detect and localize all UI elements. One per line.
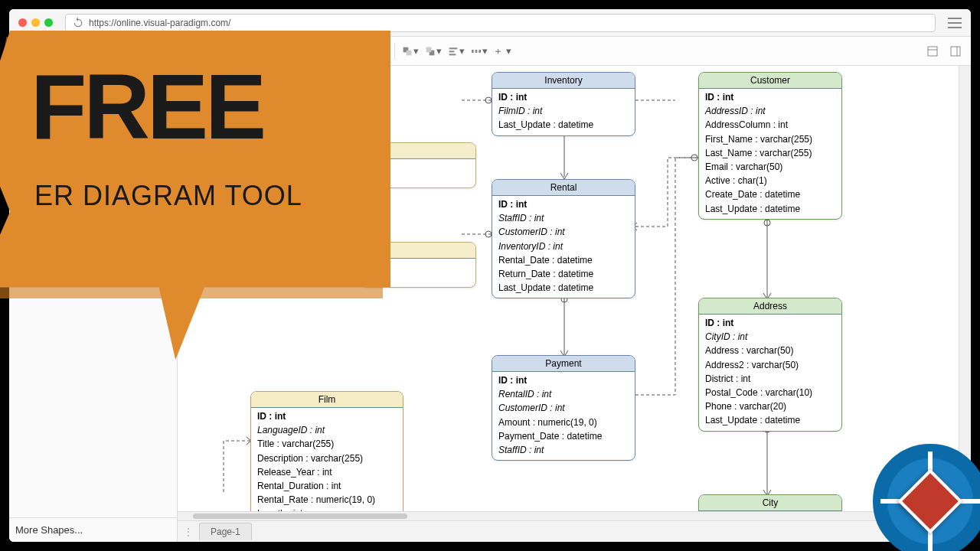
url-text: https://online.visual-paradigm.com/ [89, 18, 230, 28]
entity-field: Rental_Rate : numeric(19, 0) [257, 493, 397, 507]
entity-field: AddressColumn : int [705, 118, 835, 132]
entity-field: Description : varchar(255) [257, 452, 397, 465]
entity-rental[interactable]: Rental ID : intStaffID : intCustomerID :… [492, 179, 635, 298]
svg-rect-7 [199, 49, 204, 56]
toolbar: ↶ ↷ 100%▾ → ▾ ▾ ▾ ▾ ▾ ▾ ＋ ▾ [9, 37, 971, 66]
entity-field: Active : char(1) [705, 174, 835, 187]
svg-rect-11 [274, 54, 283, 56]
entity-payment[interactable]: Payment ID : intRentalID : intCustomerID… [492, 355, 635, 461]
page-tab-1[interactable]: Page-1 [199, 523, 252, 540]
outline-panel-button[interactable] [945, 41, 966, 62]
more-shapes-button[interactable]: More Shapes... [9, 517, 177, 542]
entity-field: FilmID : int [498, 104, 629, 118]
entity-inventory[interactable]: Inventory ID : intFilmID : intLast_Updat… [492, 72, 635, 136]
zoom-in-button[interactable] [159, 41, 181, 62]
svg-rect-22 [472, 50, 474, 53]
entity-hidden-2[interactable] [361, 242, 476, 288]
entity-hidden-1[interactable] [361, 142, 476, 188]
horizontal-scrollbar[interactable] [178, 511, 959, 520]
category-header[interactable]: Entity Relationship [9, 94, 177, 116]
entity-field: Postal_Code : varchar(10) [705, 386, 835, 399]
entity-title: City [699, 495, 841, 511]
reload-icon [72, 17, 84, 29]
entity-title: Rental [492, 180, 635, 196]
add-button[interactable]: ＋ ▾ [492, 41, 513, 62]
maximize-window-icon[interactable] [44, 18, 53, 27]
svg-rect-18 [426, 47, 432, 52]
zoom-level[interactable]: 100% [122, 46, 152, 57]
shadow-button[interactable] [314, 41, 335, 62]
minimize-window-icon[interactable] [31, 18, 40, 27]
svg-rect-27 [951, 47, 960, 56]
entity-field: Title : varchar(255) [257, 437, 397, 451]
svg-line-4 [172, 53, 174, 55]
entity-field: ID : int [498, 197, 629, 211]
waypoint-button[interactable]: ▾ [368, 41, 390, 62]
entity-address[interactable]: Address ID : intCityID : intAddress : va… [698, 298, 842, 432]
entity-field: CityID : int [705, 330, 835, 344]
svg-rect-14 [320, 47, 326, 53]
shape-entity-green[interactable] [9, 135, 177, 155]
menu-icon[interactable] [948, 18, 962, 28]
copy-button[interactable] [191, 41, 212, 62]
entity-field: Amount : numeric(19, 0) [498, 416, 629, 429]
entity-field: ID : int [498, 373, 629, 387]
format-panel-button[interactable] [922, 41, 943, 62]
entity-field: CustomerID : int [498, 225, 629, 239]
undo-button[interactable]: ↶ [45, 41, 67, 62]
svg-rect-9 [220, 47, 227, 55]
entity-title: Inventory [492, 73, 635, 89]
entity-field: Last_Update : datetime [705, 413, 835, 427]
align-button[interactable]: ▾ [446, 41, 467, 62]
svg-rect-21 [449, 54, 456, 55]
entity-field: ID : int [705, 316, 835, 330]
search-input[interactable] [14, 70, 172, 89]
entity-customer[interactable]: Customer ID : intAddressID : intAddressC… [698, 72, 842, 220]
entity-title: Payment [492, 356, 635, 372]
svg-rect-25 [928, 47, 937, 56]
fill-color-button[interactable] [268, 41, 289, 62]
entity-field: Release_Year : int [257, 465, 397, 479]
entity-field: ID : int [705, 90, 835, 104]
entity-film[interactable]: Film ID : intLanguageID : intTitle : var… [250, 391, 403, 511]
svg-rect-24 [479, 50, 482, 53]
shape-entity-yellow[interactable] [9, 116, 177, 135]
entity-field: AddressID : int [705, 104, 835, 118]
entity-field: Return_Date : datetime [498, 267, 629, 281]
save-button[interactable] [14, 41, 35, 62]
svg-rect-16 [407, 50, 412, 55]
connector-style-button[interactable]: → ▾ [345, 41, 367, 62]
entity-title: Address [699, 298, 841, 315]
entity-field: First_Name : varchar(255) [705, 132, 835, 146]
entity-field: Last_Update : datetime [498, 118, 629, 132]
url-bar[interactable]: https://online.visual-paradigm.com/ [65, 14, 936, 32]
delete-button[interactable] [237, 41, 258, 62]
distribute-button[interactable]: ▾ [469, 41, 490, 62]
entity-field: Address : varchar(50) [705, 344, 835, 357]
main-area: Entity Relationship More Shapes... [9, 66, 971, 542]
diagram-canvas[interactable]: Inventory ID : intFilmID : intLast_Updat… [178, 66, 959, 511]
zoom-out-button[interactable] [100, 41, 121, 62]
to-back-button[interactable]: ▾ [423, 41, 444, 62]
canvas-wrap: Inventory ID : intFilmID : intLast_Updat… [178, 66, 959, 542]
tabs-handle-icon[interactable]: ⋮ [184, 527, 193, 537]
entity-city[interactable]: City [698, 494, 842, 511]
to-front-button[interactable]: ▾ [400, 41, 421, 62]
entity-field: LanguageID : int [257, 423, 397, 437]
entity-field: Rental_Duration : int [257, 479, 397, 493]
entity-field: Last_Name : varchar(255) [705, 146, 835, 160]
entity-field: Last_Update : datetime [705, 202, 835, 216]
svg-rect-23 [475, 50, 478, 53]
redo-button[interactable]: ↷ [68, 41, 90, 62]
entity-field: StaffID : int [498, 211, 629, 225]
entity-field: Create_Date : datetime [705, 187, 835, 201]
svg-point-39 [485, 231, 492, 237]
line-color-button[interactable] [291, 41, 312, 62]
entity-field: ID : int [257, 409, 397, 423]
close-window-icon[interactable] [18, 18, 27, 27]
svg-rect-20 [449, 51, 455, 52]
entity-field: Phone : varchar(20) [705, 399, 835, 413]
svg-rect-8 [197, 47, 202, 54]
svg-rect-12 [297, 54, 306, 56]
paste-button[interactable] [214, 41, 235, 62]
